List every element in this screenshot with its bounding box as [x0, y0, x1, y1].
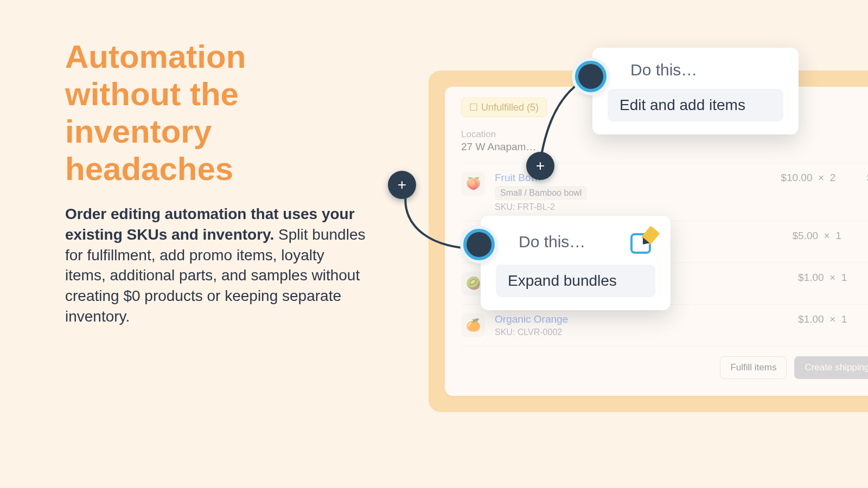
plus-icon: + — [398, 176, 406, 194]
hero-subhead: Order editing automation that uses your … — [65, 204, 369, 327]
order-card: ☐ Unfulfilled (5) Location 27 W Anapam… … — [445, 87, 868, 396]
line-item: 🥝 $1.00 × 1 $ — [461, 262, 868, 304]
product-name[interactable]: Fruit Bowl — [495, 172, 771, 184]
add-automation-node[interactable]: + — [388, 171, 416, 199]
product-variant: Small / Bamboo bowl — [495, 186, 587, 200]
badge-text: Unfulfilled (5) — [481, 102, 539, 113]
hero-heading: Automation without the inventory headach… — [65, 38, 369, 188]
line-price: $5.00 × 1 — [793, 230, 841, 242]
line-price: $1.00 × 1 — [798, 272, 847, 284]
location-value: 27 W Anapam… — [461, 141, 868, 153]
unfulfilled-badge: ☐ Unfulfilled (5) — [461, 98, 547, 117]
inbox-icon: ☐ — [469, 101, 478, 113]
product-thumb-icon: 🥝 — [461, 272, 485, 296]
create-shipping-button[interactable]: Create shipping l — [794, 356, 868, 379]
order-panel: ☐ Unfulfilled (5) Location 27 W Anapam… … — [429, 70, 868, 412]
product-sku: SKU: FRT-BL-2 — [495, 202, 771, 212]
product-thumb-icon: 🍊 — [461, 313, 485, 337]
line-item: 🍑 Fruit Bowl Small / Bamboo bowl SKU: FR… — [461, 163, 868, 221]
product-thumb-icon — [461, 230, 485, 254]
product-thumb-icon: 🍑 — [461, 172, 485, 196]
line-item: $5.00 × 1 $5 — [461, 221, 868, 262]
line-item: 🍊 Organic Orange SKU: CLVR-0002 $1.00 × … — [461, 304, 868, 346]
product-sku: SKU: CLVR-0002 — [495, 328, 788, 337]
line-price: $1.00 × 1 — [798, 313, 847, 325]
product-name[interactable]: Organic Orange — [495, 313, 788, 325]
fulfill-items-button[interactable]: Fulfill items — [720, 356, 787, 379]
location-label: Location — [461, 129, 868, 140]
line-price: $10.00 × 2 — [781, 172, 835, 184]
